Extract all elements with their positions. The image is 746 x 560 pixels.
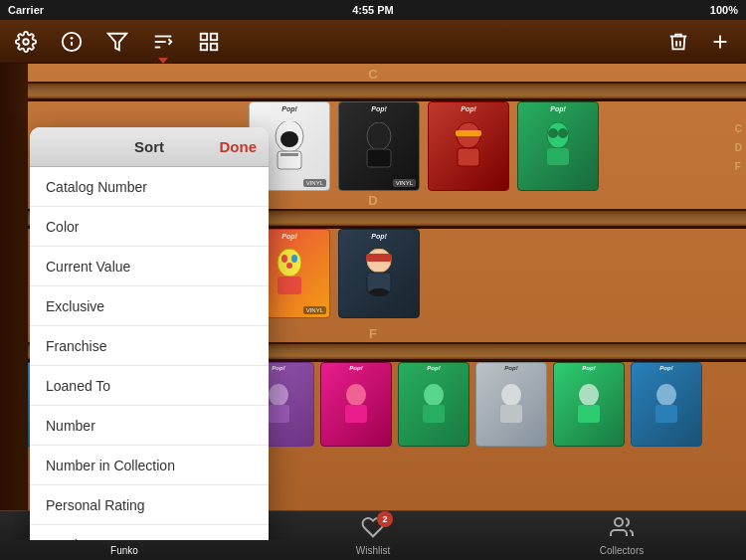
status-bar: Carrier 4:55 PM 100% <box>0 0 746 20</box>
add-button[interactable] <box>706 28 734 56</box>
sort-item-purchase-date[interactable]: Purchase Date <box>30 525 269 540</box>
section-f-label: F <box>369 326 377 341</box>
svg-point-49 <box>501 384 521 406</box>
tab-collectors[interactable]: Collectors <box>582 515 661 556</box>
svg-rect-44 <box>268 405 289 423</box>
scroll-letter-f: F <box>735 161 742 172</box>
svg-point-47 <box>424 384 444 406</box>
svg-point-24 <box>548 128 558 138</box>
nav-left <box>12 28 223 56</box>
info-button[interactable] <box>58 28 86 56</box>
nav-bar <box>0 20 746 64</box>
status-bar-right: 100% <box>710 4 738 16</box>
funko-item[interactable]: Pop! <box>553 362 625 447</box>
shelf-c-items: Pop! VINYL Pop! VINYL Pop! <box>249 101 599 191</box>
svg-rect-46 <box>345 405 367 423</box>
svg-point-45 <box>346 384 366 406</box>
sort-item-current-value[interactable]: Current Value <box>30 247 269 286</box>
sort-button[interactable] <box>149 28 177 56</box>
nav-right <box>664 28 734 56</box>
svg-rect-21 <box>456 130 481 136</box>
svg-rect-9 <box>211 33 217 39</box>
svg-rect-30 <box>278 277 301 294</box>
time-label: 4:55 PM <box>352 4 394 16</box>
section-c-label-area: C <box>0 64 746 84</box>
svg-point-25 <box>558 128 568 138</box>
sort-item-catalog-number[interactable]: Catalog Number <box>30 167 269 207</box>
svg-rect-48 <box>423 405 445 423</box>
svg-marker-4 <box>108 33 126 50</box>
settings-button[interactable] <box>12 28 40 56</box>
svg-point-51 <box>579 384 599 406</box>
wishlist-tab-label: Wishlist <box>356 545 390 556</box>
shelf-c <box>0 82 746 101</box>
trash-button[interactable] <box>664 28 692 56</box>
svg-rect-50 <box>500 405 522 423</box>
sort-item-franchise[interactable]: Franchise <box>30 326 269 366</box>
scroll-letter-d: D <box>735 142 742 153</box>
svg-point-29 <box>291 255 297 263</box>
funko-item[interactable]: Pop! VINYL <box>338 101 420 191</box>
scroll-letter-c: C <box>735 123 742 134</box>
sort-item-number-in-collection[interactable]: Number in Collection <box>30 446 269 485</box>
svg-rect-11 <box>211 43 217 49</box>
carrier-label: Carrier <box>8 4 44 16</box>
funko-item[interactable]: Pop! <box>398 362 469 447</box>
funko-item[interactable]: Pop! <box>320 362 392 447</box>
svg-point-35 <box>369 288 389 296</box>
section-d-label: D <box>368 193 377 208</box>
funko-item[interactable]: Pop! <box>338 229 420 318</box>
collectors-tab-icon <box>610 515 634 539</box>
section-c-label: C <box>368 67 377 82</box>
svg-rect-10 <box>201 43 207 49</box>
collectors-tab-label: Collectors <box>600 545 644 556</box>
sort-item-number[interactable]: Number <box>30 406 269 446</box>
scroll-letters: C D F <box>735 123 742 172</box>
sort-dropdown: Sort Done Catalog Number Color Current V… <box>30 127 269 540</box>
tab-collectors-icon-wrap <box>610 515 634 543</box>
svg-point-31 <box>286 263 292 269</box>
wishlist-tab-badge: 2 <box>377 511 393 527</box>
svg-point-43 <box>269 384 288 406</box>
svg-rect-8 <box>201 33 207 39</box>
sort-item-loaned-to[interactable]: Loaned To <box>30 366 269 406</box>
funko-tab-label: Funko <box>110 545 138 556</box>
svg-rect-17 <box>280 153 298 156</box>
funko-item[interactable]: Pop! <box>428 101 509 191</box>
shelf-d-items: Pop! VINYL Pop! <box>249 229 420 318</box>
dropdown-title: Sort <box>134 138 164 155</box>
svg-point-28 <box>281 255 287 263</box>
funko-item[interactable]: Pop! <box>631 362 702 447</box>
grid-button[interactable] <box>195 28 223 56</box>
svg-point-15 <box>280 131 298 147</box>
svg-point-18 <box>367 122 391 150</box>
filter-button[interactable] <box>103 28 131 56</box>
svg-rect-52 <box>578 405 600 423</box>
shelf-left-edge <box>0 64 28 540</box>
svg-rect-26 <box>547 148 569 165</box>
svg-point-53 <box>656 384 676 406</box>
svg-rect-54 <box>655 405 677 423</box>
sort-item-personal-rating[interactable]: Personal Rating <box>30 485 269 525</box>
funko-item[interactable]: Pop! <box>517 101 599 191</box>
sort-item-exclusive[interactable]: Exclusive <box>30 286 269 326</box>
tab-wishlist-icon-wrap: 2 <box>361 515 385 543</box>
shelf-area: C Pop! VINYL Pop! VINYL Pop! <box>0 64 746 540</box>
dropdown-header: Sort Done <box>30 127 269 167</box>
dropdown-done-button[interactable]: Done <box>220 138 258 155</box>
svg-rect-33 <box>366 254 392 262</box>
svg-rect-22 <box>458 148 479 166</box>
battery-label: 100% <box>710 4 738 16</box>
funko-item[interactable]: Pop! <box>475 362 547 447</box>
tab-wishlist[interactable]: 2 Wishlist <box>333 515 413 556</box>
svg-point-0 <box>23 39 29 45</box>
svg-rect-19 <box>367 149 391 167</box>
sort-item-color[interactable]: Color <box>30 207 269 247</box>
sort-indicator <box>158 58 168 64</box>
svg-point-59 <box>615 518 623 526</box>
